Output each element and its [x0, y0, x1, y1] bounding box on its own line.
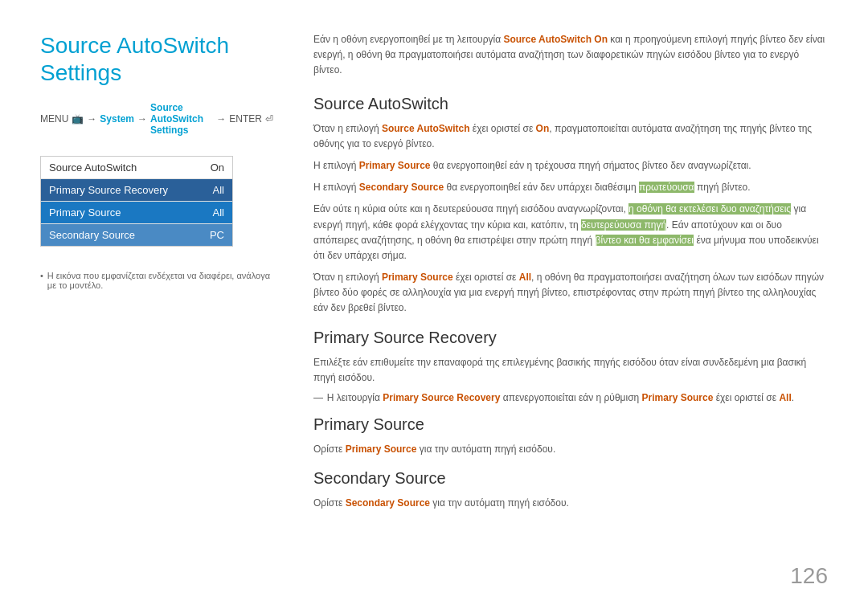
breadcrumb-arrow2: → [137, 113, 147, 125]
dash-note-primary-recovery: Η λειτουργία Primary Source Recovery απε… [313, 392, 828, 403]
page-number: 126 [790, 563, 828, 589]
section-body-primary-recovery-1: Επιλέξτε εάν επιθυμείτε την επαναφορά τη… [313, 355, 828, 386]
highlight-video: βίντεο και θα εμφανίσει [596, 235, 694, 246]
highlight-primary-src: Primary Source [359, 160, 431, 171]
highlight-ps-note: Primary Source [642, 392, 714, 403]
menu-box: Source AutoSwitch On Primary Source Reco… [40, 156, 233, 247]
highlight-autoswitch: Source AutoSwitch [382, 123, 470, 134]
section-body-primary-source: Ορίστε Primary Source για την αυτόματη π… [313, 442, 828, 457]
section-body-secondary-source: Ορίστε Secondary Source για την αυτόματη… [313, 496, 828, 511]
intro-highlight-1: Source AutoSwitch On [503, 34, 608, 45]
menu-item-autoswitch[interactable]: Source AutoSwitch On [41, 157, 232, 179]
section-title-secondary-source: Secondary Source [313, 469, 828, 488]
menu-value-secondary-source: PC [210, 229, 224, 241]
menu-label-secondary-source: Secondary Source [49, 229, 135, 241]
section-body-autoswitch-1: Όταν η επιλογή Source AutoSwitch έχει ορ… [313, 121, 828, 152]
breadcrumb-enter-icon: ⏎ [265, 113, 273, 125]
footnote: Η εικόνα που εμφανίζεται ενδέχεται να δι… [40, 271, 273, 290]
menu-label-autoswitch: Source AutoSwitch [49, 161, 137, 174]
highlight-all: All [519, 272, 531, 283]
highlight-protevouса: πρωτεύουσα [639, 182, 694, 193]
menu-label-primary-source: Primary Source [49, 206, 121, 219]
highlight-devt: δευτερεύουσα πηγή [581, 219, 666, 231]
section-body-autoswitch-3: Η επιλογή Secondary Source θα ενεργοποιη… [313, 180, 828, 195]
breadcrumb-arrow1: → [87, 113, 96, 125]
section-title-primary-source: Primary Source [313, 415, 828, 434]
section-body-autoswitch-2: Η επιλογή Primary Source θα ενεργοποιηθε… [313, 158, 828, 174]
breadcrumb-arrow3: → [216, 113, 226, 125]
highlight-psr-note: Primary Source Recovery [383, 392, 500, 403]
menu-value-primary-recovery: All [213, 184, 224, 196]
section-body-autoswitch-5: Όταν η επιλογή Primary Source έχει οριστ… [313, 270, 828, 317]
breadcrumb-menu: MENU [40, 113, 68, 125]
highlight-ss-body: Secondary Source [346, 497, 430, 509]
section-body-autoswitch-4: Εάν ούτε η κύρια ούτε και η δευτερεύουσα… [313, 202, 828, 264]
breadcrumb-system: System [100, 113, 134, 125]
section-title-primary-recovery: Primary Source Recovery [313, 329, 828, 347]
highlight-secondary-src: Secondary Source [359, 182, 444, 193]
menu-item-primary-recovery[interactable]: Primary Source Recovery All [41, 179, 232, 202]
menu-label-primary-recovery: Primary Source Recovery [49, 184, 168, 196]
page-title: Source AutoSwitch Settings [40, 32, 273, 86]
highlight-on: On [536, 123, 550, 134]
breadcrumb: MENU 📺 → System → Source AutoSwitch Sett… [40, 102, 273, 136]
highlight-primary-all: Primary Source [382, 272, 453, 283]
highlight-othoni: η οθόνη θα εκτελέσει δυο αναζητήσεις [628, 203, 791, 215]
menu-item-secondary-source[interactable]: Secondary Source PC [41, 224, 232, 246]
menu-value-primary-source: All [213, 206, 224, 219]
menu-item-primary-source[interactable]: Primary Source All [41, 202, 232, 224]
breadcrumb-icon: 📺 [72, 113, 84, 125]
highlight-all-note: All [779, 392, 791, 403]
intro-text: Εάν η οθόνη ενεργοποιηθεί με τη λειτουργ… [313, 32, 828, 79]
breadcrumb-enter: ENTER [229, 113, 262, 125]
section-title-autoswitch: Source AutoSwitch [313, 95, 828, 113]
highlight-ps-body: Primary Source [346, 443, 417, 455]
menu-value-autoswitch: On [211, 161, 224, 174]
breadcrumb-settings: Source AutoSwitch Settings [150, 102, 213, 136]
